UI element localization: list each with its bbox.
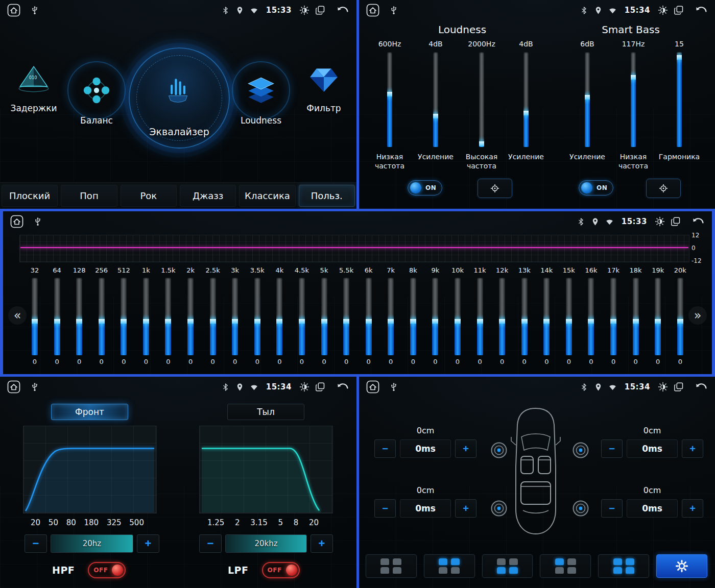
settings-button[interactable] (656, 554, 707, 578)
home-icon[interactable] (366, 4, 379, 17)
brightness-icon[interactable] (299, 382, 309, 392)
band-slider-18k[interactable] (633, 278, 639, 355)
listening-position-front[interactable] (424, 554, 475, 578)
listening-position-none[interactable] (366, 554, 417, 578)
brightness-icon[interactable] (658, 5, 668, 15)
band-slider-20k[interactable] (677, 278, 683, 355)
back-icon[interactable] (692, 215, 705, 228)
recents-icon[interactable] (674, 5, 684, 15)
preset-tab-Рок[interactable]: Рок (121, 185, 177, 207)
back-icon[interactable] (695, 4, 708, 17)
back-icon[interactable] (336, 380, 349, 394)
delay-decrease-button[interactable]: − (601, 439, 623, 458)
band-slider-512[interactable] (121, 278, 127, 355)
band-slider-2k[interactable] (187, 278, 194, 355)
preset-tab-Плоский[interactable]: Плоский (2, 185, 58, 207)
hpf-frequency-slider[interactable]: 20hz (51, 534, 133, 553)
delay-decrease-button[interactable]: − (601, 499, 623, 518)
delay-decrease-button[interactable]: − (374, 499, 396, 518)
band-slider-4k[interactable] (276, 278, 282, 355)
delay-increase-button[interactable]: + (455, 439, 476, 458)
preset-tab-Классика[interactable]: Классика (239, 185, 295, 207)
band-slider-9k[interactable] (432, 278, 438, 355)
hpf-decrease-button[interactable]: − (25, 534, 47, 553)
vertical-slider-6dB[interactable] (585, 52, 590, 147)
loudness-tune-button[interactable] (478, 179, 512, 198)
hpf-increase-button[interactable]: + (137, 534, 159, 553)
band-slider-32[interactable] (32, 278, 38, 355)
band-frequency-label: 64 (53, 266, 61, 275)
band-slider-256[interactable] (99, 278, 105, 355)
menu-item-filter[interactable]: Фильтр (298, 60, 349, 113)
recents-icon[interactable] (315, 5, 325, 15)
band-slider-8k[interactable] (410, 278, 416, 355)
band-slider-64[interactable] (54, 278, 60, 355)
delay-increase-button[interactable]: + (682, 499, 703, 518)
band-slider-16k[interactable] (588, 278, 594, 355)
delay-increase-button[interactable]: + (455, 499, 476, 518)
band-slider-12k[interactable] (499, 278, 505, 355)
band-slider-6k[interactable] (366, 278, 372, 355)
tab-front[interactable]: Фронт (51, 404, 128, 420)
hpf-toggle[interactable]: OFF (88, 562, 126, 578)
band-slider-19k[interactable] (655, 278, 661, 355)
home-icon[interactable] (366, 380, 379, 394)
recents-icon[interactable] (674, 382, 684, 392)
vertical-slider-117Hz[interactable] (631, 52, 636, 147)
prev-page-chevron[interactable]: « (8, 306, 27, 325)
tab-rear[interactable]: Тыл (227, 404, 304, 420)
band-slider-3.5k[interactable] (254, 278, 260, 355)
next-page-chevron[interactable]: » (688, 306, 707, 325)
brightness-icon[interactable] (655, 216, 665, 227)
vertical-slider-2000Hz[interactable] (479, 52, 484, 147)
band-slider-7k[interactable] (388, 278, 394, 355)
band-slider-5.5k[interactable] (343, 278, 349, 355)
lpf-increase-button[interactable]: + (311, 534, 333, 553)
recents-icon[interactable] (671, 216, 681, 227)
band-slider-15k[interactable] (566, 278, 572, 355)
band-slider-14k[interactable] (543, 278, 550, 355)
band-slider-11k[interactable] (477, 278, 483, 355)
home-icon[interactable] (7, 4, 20, 17)
menu-item-balance[interactable]: Баланс (66, 61, 127, 126)
menu-item-equalizer[interactable]: Эквалайзер (129, 47, 230, 149)
home-icon[interactable] (7, 380, 20, 394)
delay-increase-button[interactable]: + (682, 439, 703, 458)
menu-item-loudness[interactable]: Loudness (231, 61, 291, 126)
menu-item-delays[interactable]: 010 Задержки (8, 60, 59, 113)
back-icon[interactable] (336, 4, 349, 17)
lpf-toggle[interactable]: OFF (262, 562, 300, 578)
listening-position-all[interactable] (598, 554, 649, 578)
brightness-icon[interactable] (658, 382, 668, 392)
preset-tab-Польз.[interactable]: Польз. (299, 185, 355, 207)
band-slider-2.5k[interactable] (210, 278, 216, 355)
delay-decrease-button[interactable]: − (374, 439, 396, 458)
smartbass-on-toggle[interactable]: ON (579, 180, 613, 195)
recents-icon[interactable] (315, 382, 325, 392)
vertical-slider-4dB[interactable] (523, 52, 529, 147)
preset-tab-Поп[interactable]: Поп (61, 185, 117, 207)
preset-tab-Джазз[interactable]: Джазз (180, 185, 236, 207)
band-slider-128[interactable] (76, 278, 82, 355)
back-icon[interactable] (695, 380, 708, 394)
band-slider-10k[interactable] (455, 278, 461, 355)
vertical-slider-15[interactable] (677, 52, 682, 147)
smartbass-tune-button[interactable] (646, 179, 681, 198)
listening-position-rear[interactable] (482, 554, 533, 578)
brightness-icon[interactable] (299, 5, 309, 15)
lpf-frequency-slider[interactable]: 20khz (225, 534, 307, 553)
band-slider-17k[interactable] (610, 278, 616, 355)
band-slider-3k[interactable] (232, 278, 238, 355)
slider-track (566, 278, 572, 355)
home-icon[interactable] (10, 215, 23, 228)
lpf-decrease-button[interactable]: − (199, 534, 222, 553)
band-slider-4.5k[interactable] (299, 278, 305, 355)
vertical-slider-600Hz[interactable] (387, 52, 392, 147)
band-slider-1k[interactable] (143, 278, 149, 355)
vertical-slider-4dB[interactable] (433, 52, 438, 147)
band-slider-1.5k[interactable] (165, 278, 171, 355)
loudness-on-toggle[interactable]: ON (408, 180, 442, 195)
listening-position-driver[interactable] (540, 554, 591, 578)
band-slider-5k[interactable] (321, 278, 327, 355)
band-slider-13k[interactable] (521, 278, 528, 355)
